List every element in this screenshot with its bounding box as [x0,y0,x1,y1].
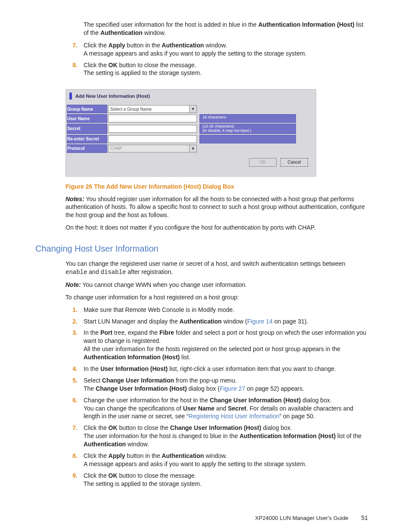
list-body: Select Change User Information from the … [84,376,368,393]
select-value: Select a Group Name [110,106,152,112]
notes-text: You should register user information for… [65,196,365,219]
notes-paragraph: Notes: You should register user informat… [65,195,368,220]
footer-page-number: 51 [361,514,368,522]
list-item: 5. Select Change User Information from t… [65,376,368,393]
dialog-buttons: OK Cancel [66,154,316,176]
dialog-fields: Group Name Select a Group Name ▼ User Na… [66,104,316,154]
dialog-add-new-user-info-host: Add New User Information (Host) Group Na… [65,89,316,176]
list-item: 3. In the Port tree, expand the Fibre fo… [65,329,368,361]
text-bold: Authentication [100,29,143,36]
list-body: Click the OK button to close the Change … [84,424,368,448]
dialog-title: Add New User Information (Host) [66,90,316,104]
list-number: 5. [65,376,78,393]
note-text: You cannot change WWN when you change us… [81,281,247,288]
list-number: 7. [65,41,78,58]
text-bold: Authentication Information (Host) [258,21,354,28]
text: The specified user information for the h… [84,21,258,28]
label-protocol: Protocol [67,144,107,153]
list-item: 2. Start LUN Manager and display the Aut… [65,317,368,326]
notes-label: Notes: [65,196,84,202]
page-footer: XP24000 LUN Manager User's Guide 51 [35,514,368,522]
label-user-name: User Name [67,114,107,123]
list-number: 4. [65,365,78,373]
hint-user-name: 16 characters [199,114,296,123]
hint-secret: (12-32 characters) (In disable, it may n… [199,124,296,134]
title-bar-icon [69,93,72,100]
select-value: CHAP [110,146,122,152]
list-item: 1. Make sure that Remote Web Console is … [65,306,368,314]
label-group-name: Group Name [67,105,107,113]
chevron-down-icon: ▼ [189,145,196,152]
label-secret: Secret [67,124,107,134]
text: window. [143,29,166,36]
list-number: 1. [65,306,78,314]
ordered-list: 7. Click the Apply button in the Authent… [35,41,368,78]
ordered-list: 1. Make sure that Remote Web Console is … [35,306,368,488]
group-name-select[interactable]: Select a Group Name ▼ [108,105,197,113]
figure-caption: Figure 26 The Add New User Information (… [65,183,368,191]
code-text: enable [65,269,87,276]
footer-doc-title: XP24000 LUN Manager User's Guide [255,514,348,522]
list-number: 8. [65,61,78,78]
link-registering-host-user-info[interactable]: Registering Host User Information [189,413,280,420]
list-number: 9. [65,472,78,488]
list-body: Make sure that Remote Web Console is in … [84,306,368,314]
list-item: 6. Change the user information for the h… [65,396,368,421]
list-body: Change the user information for the host… [84,396,368,421]
link-figure-14[interactable]: Figure 14 [247,318,273,325]
list-number: 3. [65,329,78,361]
list-number: 2. [65,317,78,326]
user-name-input[interactable] [108,115,197,122]
list-item: 7. Click the Apply button in the Authent… [65,41,368,58]
paragraph: To change user information for a host re… [65,293,368,302]
list-item: 4. In the User Information (Host) list, … [65,365,368,373]
paragraph: The specified user information for the h… [84,21,368,37]
link-figure-27[interactable]: Figure 27 [220,385,245,392]
hint-empty [199,135,296,143]
list-body: Click the Apply button in the Authentica… [84,41,368,58]
list-body: Click the OK button to close the message… [84,472,368,488]
ok-button[interactable]: OK [249,158,277,167]
list-item: 8. Click the Apply button in the Authent… [65,452,368,468]
protocol-select: CHAP ▼ [108,145,197,152]
secret-input[interactable] [108,125,197,133]
cancel-button[interactable]: Cancel [280,158,308,167]
list-body: Click the OK button to close the message… [84,61,368,78]
code-text: disable [101,269,126,276]
list-number: 7. [65,424,78,448]
list-item: 9. Click the OK button to close the mess… [65,472,368,488]
reenter-secret-input[interactable] [108,135,197,143]
list-item: 7. Click the OK button to close the Chan… [65,424,368,448]
paragraph: On the host: It does not matter if you c… [65,224,368,232]
note-paragraph: Note: You cannot change WWN when you cha… [65,281,368,289]
list-item: 8. Click the OK button to close the mess… [65,61,368,78]
section-heading: Changing Host User Information [35,243,368,255]
label-reenter-secret: Re-enter Secret [67,135,107,143]
chevron-down-icon: ▼ [189,106,196,112]
list-body: Start LUN Manager and display the Authen… [84,317,368,326]
list-body: Click the Apply button in the Authentica… [84,452,368,468]
list-number: 8. [65,452,78,468]
list-number: 6. [65,396,78,421]
list-body: In the User Information (Host) list, rig… [84,365,368,373]
dialog-title-text: Add New User Information (Host) [75,93,150,100]
list-body: In the Port tree, expand the Fibre folde… [84,329,368,361]
paragraph: You can change the registered user name … [65,260,368,277]
note-label: Note: [65,281,81,288]
